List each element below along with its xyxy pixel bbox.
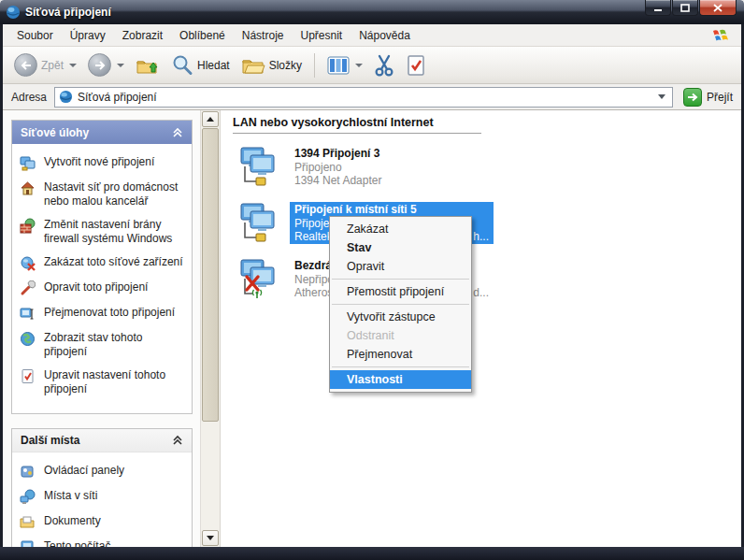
connections-list: LAN nebo vysokorychlostní Internet 1394 … [222, 110, 741, 547]
edit-settings-icon [20, 368, 36, 384]
menu-item-bridge[interactable]: Přemostit připojení [330, 282, 471, 301]
other-places-box: Další místa Ovládací panely [11, 428, 193, 547]
task-label: Přejmenovat toto připojení [44, 306, 175, 320]
menu-oblibene[interactable]: Oblíbené [171, 26, 234, 45]
folders-button[interactable]: Složky [237, 52, 306, 79]
maximize-button[interactable] [672, 0, 698, 16]
place-documents[interactable]: Dokumenty [20, 514, 184, 530]
task-create-connection[interactable]: Vytvořit nové připojení [20, 155, 184, 171]
minimize-button[interactable] [645, 0, 671, 16]
network-connections-icon [6, 5, 21, 20]
menu-item-properties[interactable]: Vlastnosti [330, 370, 471, 389]
menu-item-status[interactable]: Stav [330, 238, 471, 257]
title-bar[interactable]: Síťová připojení [0, 0, 744, 24]
task-rename-connection[interactable]: Přejmenovat toto připojení [20, 306, 184, 322]
window-title: Síťová připojení [25, 6, 111, 19]
menu-item-disable[interactable]: Zakázat [330, 220, 471, 238]
connection-wireless[interactable]: Bezdrátov Nepřipoje Atheros A d... [237, 258, 741, 302]
folders-icon [241, 55, 265, 76]
menu-separator [332, 279, 469, 280]
scroll-up-button[interactable] [202, 111, 219, 127]
address-dropdown-icon[interactable] [658, 94, 665, 99]
task-repair-connection[interactable]: Opravit toto připojení [20, 280, 184, 296]
task-pane-scrollbar[interactable] [201, 110, 221, 547]
place-my-computer[interactable]: Tento počítač [20, 539, 184, 547]
connection-local-area-5[interactable]: Připojení k místní síti 5 Připojeno Real… [237, 202, 741, 246]
wrench-icon [20, 280, 36, 296]
task-label: Změnit nastavení brány firewall systému … [44, 218, 184, 246]
folder-up-icon [136, 54, 160, 77]
document-check-icon [406, 54, 426, 77]
connection-name: Připojení k místní síti 5 [294, 203, 489, 217]
edit-settings-button[interactable] [402, 51, 430, 79]
task-change-firewall[interactable]: Změnit nastavení brány firewall systému … [20, 218, 184, 246]
task-edit-settings[interactable]: Upravit nastavení tohoto připojení [20, 368, 184, 396]
wireless-connection-disconnected-icon [237, 258, 281, 299]
network-tasks-list: Vytvořit nové připojení Nastavit síť pro… [12, 144, 192, 413]
menu-zobrazit[interactable]: Zobrazit [114, 26, 171, 45]
address-combo[interactable]: Síťová připojení [54, 87, 673, 108]
cut-button[interactable] [370, 51, 398, 79]
back-label: Zpět [41, 59, 64, 72]
address-value[interactable]: Síťová připojení [78, 91, 658, 104]
menu-napoveda[interactable]: Nápověda [351, 26, 419, 45]
connection-device-truncated: h... [473, 230, 489, 243]
go-label: Přejít [707, 91, 733, 104]
other-places-list: Ovládací panely Místa v síti [12, 452, 192, 547]
window-controls [645, 0, 737, 16]
place-network-places[interactable]: Místa v síti [20, 489, 184, 505]
control-panel-icon [20, 464, 36, 480]
menu-upresnit[interactable]: Upřesnit [292, 26, 351, 45]
up-button[interactable] [132, 51, 164, 79]
menu-item-delete: Odstranit [330, 326, 471, 345]
explorer-content: Síťové úlohy Vytvořit nové připojení [3, 110, 741, 547]
task-view-status[interactable]: Zobrazit stav tohoto připojení [20, 331, 184, 359]
scroll-up-icon [207, 117, 214, 122]
forward-button[interactable] [84, 50, 128, 79]
menu-item-rename[interactable]: Přejmenovat [330, 345, 471, 364]
context-menu: Zakázat Stav Opravit Přemostit připojení… [329, 216, 472, 393]
collapse-chevron-icon[interactable] [172, 127, 183, 138]
scroll-down-button[interactable] [202, 530, 219, 546]
back-button[interactable]: Zpět [10, 50, 80, 79]
rename-icon [20, 306, 36, 322]
task-label: Zobrazit stav tohoto připojení [44, 331, 184, 359]
back-icon [14, 53, 37, 77]
network-places-icon [20, 489, 36, 505]
network-tasks-header[interactable]: Síťové úlohy [12, 121, 192, 144]
address-bar: Adresa Síťová připojení Přejít [3, 84, 741, 110]
views-button[interactable] [323, 52, 366, 79]
views-dropdown-icon[interactable] [355, 64, 363, 67]
menu-upravy[interactable]: Úpravy [62, 26, 114, 45]
home-network-icon [20, 180, 36, 196]
place-label: Tento počítač [44, 539, 110, 547]
group-rule [233, 133, 481, 134]
scrollbar-thumb[interactable] [202, 128, 219, 422]
place-label: Dokumenty [44, 514, 101, 528]
task-disable-device[interactable]: Zakázat toto síťové zařízení [20, 255, 184, 271]
go-button[interactable]: Přejít [680, 87, 737, 108]
task-setup-home-network[interactable]: Nastavit síť pro domácnost nebo malou ka… [20, 180, 184, 208]
task-label: Vytvořit nové připojení [44, 155, 154, 169]
forward-dropdown-icon[interactable] [117, 64, 124, 67]
place-control-panel[interactable]: Ovládací panely [20, 464, 184, 480]
toolbar-separator [314, 53, 315, 78]
search-button[interactable]: Hledat [167, 51, 234, 79]
collapse-chevron-icon[interactable] [172, 435, 183, 446]
menu-nastroje[interactable]: Nástroje [234, 26, 293, 45]
other-places-title: Další místa [21, 434, 79, 447]
menu-soubor[interactable]: Soubor [8, 26, 62, 45]
window-frame-bottom [0, 547, 744, 560]
other-places-header[interactable]: Další místa [12, 429, 192, 452]
menu-item-create-shortcut[interactable]: Vytvořit zástupce [330, 308, 471, 326]
close-button[interactable] [699, 0, 737, 16]
network-tasks-box: Síťové úlohy Vytvořit nové připojení [11, 120, 193, 414]
group-title: LAN nebo vysokorychlostní Internet [233, 116, 741, 129]
back-dropdown-icon[interactable] [69, 64, 77, 67]
firewall-icon [20, 218, 36, 234]
scroll-down-icon [207, 536, 214, 540]
menu-item-repair[interactable]: Opravit [330, 257, 471, 276]
place-label: Ovládací panely [44, 464, 124, 478]
connection-1394[interactable]: 1394 Připojení 3 Připojeno 1394 Net Adap… [237, 146, 741, 190]
views-icon [327, 55, 350, 76]
